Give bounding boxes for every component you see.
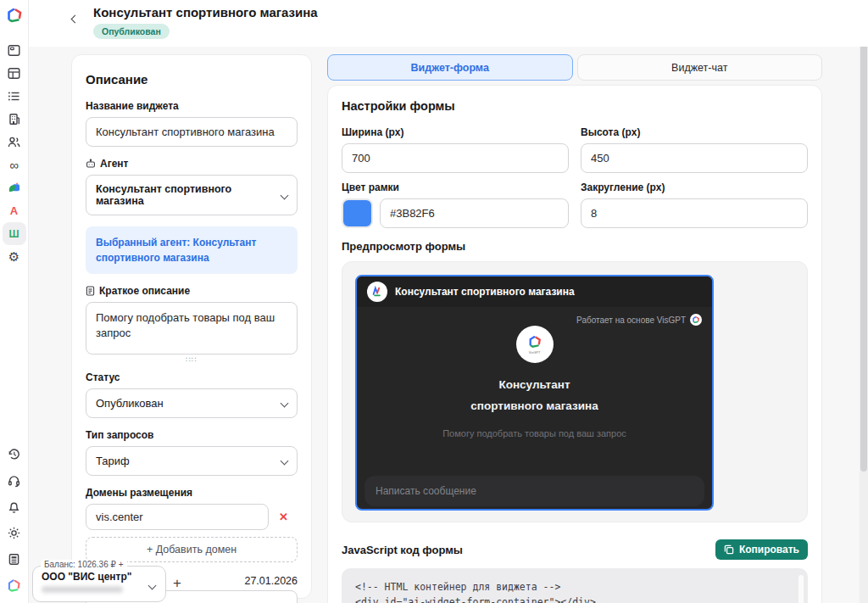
widget-name-input[interactable] (86, 117, 298, 147)
height-label: Высота (px) (581, 126, 808, 138)
sidebar-item-theme[interactable] (3, 520, 26, 546)
sidebar-item-knowledge[interactable] (3, 176, 26, 199)
add-organization-button[interactable]: + (173, 575, 181, 592)
sidebar-item-support[interactable] (3, 467, 26, 494)
chevron-down-icon (148, 582, 157, 590)
widget-preview: Консультант спортивного магазина Работае… (355, 275, 714, 511)
document-icon (86, 286, 95, 296)
chevron-down-icon (281, 191, 289, 199)
balance-label: Баланс: 1026.36 ₽ + (41, 560, 127, 569)
tab-widget-form[interactable]: Виджет-форма (327, 54, 573, 81)
widget-agent-name: Консультант спортивного магазина (470, 375, 598, 417)
remove-domain-icon[interactable]: ✕ (279, 511, 288, 523)
domain-input[interactable] (86, 504, 269, 530)
robot-icon (86, 159, 96, 169)
sidebar-item-console[interactable] (3, 39, 26, 62)
back-button[interactable] (66, 10, 83, 27)
description-panel: Описание Название виджета Агент Консульт… (71, 54, 312, 599)
assistant-a-icon: A (10, 204, 18, 217)
gear-icon: ⚙ (8, 250, 19, 263)
page-scrollbar-thumb[interactable] (860, 41, 867, 472)
preview-title: Предпросмотр формы (342, 240, 808, 253)
request-type-field: Тип запросов Тариф (86, 429, 298, 476)
sidebar-top-group: ∞ A Ш ⚙ (0, 39, 28, 268)
widget-name-field: Название виджета (86, 100, 298, 147)
sidebar-item-widgets[interactable]: Ш (3, 222, 26, 245)
short-description-label: Краткое описание (86, 285, 298, 297)
copy-icon (724, 544, 734, 555)
radius-input[interactable] (581, 198, 808, 228)
organization-name: ООО "ВИС центр" (42, 571, 157, 583)
app-logo-icon[interactable] (5, 6, 24, 25)
chevron-down-icon (281, 457, 289, 466)
sidebar-item-users[interactable] (3, 131, 26, 154)
sidebar-item-settings[interactable]: ⚙ (3, 245, 26, 268)
width-input[interactable] (342, 143, 569, 173)
code-scrollbar-thumb[interactable] (798, 575, 804, 603)
sidebar-item-history[interactable] (3, 441, 26, 467)
sidebar-item-list[interactable] (3, 85, 26, 108)
sidebar-rail: ∞ A Ш ⚙ (0, 0, 29, 603)
visgpt-mini-icon (690, 314, 702, 326)
add-domain-button[interactable]: + Добавить домен (86, 537, 298, 562)
back-icon (70, 14, 79, 23)
sidebar-item-integrations[interactable]: ∞ (3, 154, 26, 176)
widget-logo-icon (367, 282, 387, 302)
sidebar-bottom-group (0, 441, 28, 599)
widget-header: Консультант спортивного магазина (357, 276, 712, 307)
form-settings-title: Настройки формы (342, 99, 808, 113)
status-label: Статус (86, 371, 298, 383)
description-title: Описание (86, 72, 298, 87)
sidebar-item-company[interactable] (3, 108, 26, 131)
radius-field: Закругление (px) (581, 181, 808, 228)
status-field: Статус Опубликован (86, 371, 298, 418)
agent-field: Агент Консультант спортивного магазина (86, 158, 298, 215)
powered-by: Работает на основе VisGPT (576, 314, 702, 326)
js-code-block[interactable]: <!-- HTML контейнер для виджета --> <div… (342, 568, 808, 603)
border-color-label: Цвет рамки (342, 181, 569, 193)
code-line: <div id="ai-widget-form-container"></div… (355, 595, 794, 603)
preview-container: Консультант спортивного магазина Работае… (342, 261, 808, 522)
widget-message-input[interactable]: Написать сообщение (364, 476, 704, 506)
width-field: Ширина (px) (342, 126, 569, 173)
sidebar-item-tables[interactable] (3, 62, 26, 85)
short-description-field: Краткое описание Помогу подобрать товары… (86, 285, 298, 364)
page-header: Консультант спортивного магазина Опублик… (29, 0, 868, 47)
sidebar-item-brand[interactable] (3, 572, 26, 599)
sidebar-item-news[interactable] (3, 546, 26, 572)
status-badge: Опубликован (93, 24, 170, 39)
domains-field: Домены размещения ✕ + Добавить домен (86, 487, 298, 562)
tab-widget-chat[interactable]: Виджет-чат (577, 54, 823, 81)
short-description-textarea[interactable]: Помогу подобрать товары под ваш запрос (86, 302, 298, 355)
radius-label: Закругление (px) (581, 181, 808, 193)
width-label: Ширина (px) (342, 126, 569, 138)
code-line: <!-- HTML контейнер для виджета --> (355, 579, 794, 595)
js-code-title: JavaScript код формы (342, 544, 463, 556)
border-color-field: Цвет рамки (342, 181, 569, 228)
expiry-date: 27.01.2026 (244, 575, 298, 587)
widget-subtitle: Помогу подобрать товары под ваш запрос (442, 428, 626, 438)
height-input[interactable] (581, 143, 808, 173)
widget-name-label: Название виджета (86, 100, 298, 112)
domains-label: Домены размещения (86, 487, 298, 499)
widgets-icon: Ш (8, 228, 19, 240)
agent-select[interactable]: Консультант спортивного магазина (86, 175, 298, 215)
widget-tabs: Виджет-форма Виджет-чат (327, 54, 822, 81)
organization-select[interactable]: ООО "ВИС центр" (32, 566, 166, 602)
sidebar-item-assistants[interactable]: A (3, 199, 26, 222)
form-settings-panel: Настройки формы Ширина (px) Высота (px) … (327, 85, 822, 603)
widget-avatar: VisGPT (516, 326, 554, 363)
status-select[interactable]: Опубликован (86, 388, 298, 418)
resize-handle-icon[interactable]: ∷∷ (86, 356, 298, 364)
widget-header-title: Консультант спортивного магазина (395, 286, 575, 298)
request-type-select[interactable]: Тариф (86, 446, 298, 476)
organization-subtext-blurred (42, 586, 123, 593)
copy-button[interactable]: Копировать (715, 539, 808, 560)
widget-body: VisGPT Консультант спортивного магазина … (357, 326, 712, 438)
sidebar-item-notifications[interactable] (3, 494, 26, 520)
chevron-down-icon (281, 399, 289, 408)
request-type-label: Тип запросов (86, 429, 298, 441)
border-color-input[interactable] (380, 198, 569, 228)
infinity-icon: ∞ (9, 159, 19, 171)
color-swatch[interactable] (342, 198, 373, 228)
